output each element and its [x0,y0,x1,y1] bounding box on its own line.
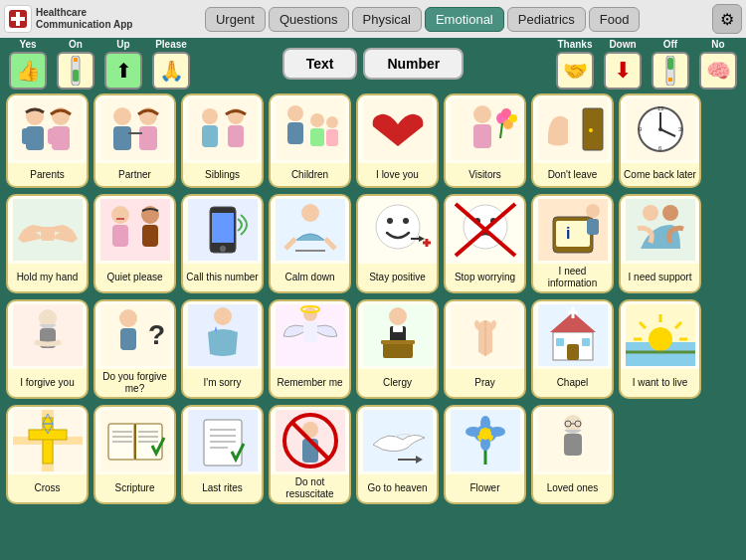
svg-rect-18 [100,98,170,160]
card-do-you-forgive-me[interactable]: ? Do you forgive me? [93,299,176,399]
card-i-love-you[interactable]: I love you [356,93,439,188]
card-dnr[interactable]: Do not resuscitate [269,405,351,504]
svg-point-47 [589,128,593,132]
card-cross[interactable]: Cross [6,405,89,504]
card-siblings[interactable]: Siblings [181,93,264,188]
card-i-love-you-label: I love you [373,163,422,186]
svg-point-76 [387,218,393,224]
tab-pediatrics[interactable]: Pediatrics [507,7,586,32]
svg-rect-2 [11,17,25,21]
card-flower[interactable]: Flower [444,405,526,504]
svg-rect-30 [287,122,303,144]
quick-up: Up ⬆ [101,39,145,90]
svg-rect-34 [326,129,338,146]
card-i-forgive-you-label: I forgive you [17,369,77,397]
card-cross-label: Cross [31,474,63,502]
card-parents[interactable]: Parents [6,93,89,188]
svg-rect-123 [567,344,579,360]
card-need-info-label: I need information [533,264,612,291]
row-4: Cross [6,405,740,504]
card-dont-leave[interactable]: Don't leave [531,93,614,188]
card-pray[interactable]: Pray [444,299,526,399]
yes-button[interactable]: 👍 [9,52,47,90]
card-last-rites-label: Last rites [199,474,246,502]
card-hold-hand[interactable]: Hold my hand [6,194,89,293]
card-loved-ones-label: Loved ones [544,474,602,502]
off-button[interactable] [652,52,689,90]
svg-text:?: ? [148,319,165,350]
card-go-to-heaven-label: Go to heaven [364,474,430,502]
svg-point-24 [202,108,218,124]
card-visitors[interactable]: Visitors [444,93,526,188]
card-stop-worrying[interactable]: Stop worrying [444,194,526,293]
card-dnr-label: Do not resuscitate [271,474,349,502]
tab-physical[interactable]: Physical [352,7,422,32]
card-scripture-label: Scripture [111,474,157,502]
svg-point-105 [214,307,232,325]
tab-emotional[interactable]: Emotional [425,7,504,32]
please-button[interactable]: 🙏 [152,52,190,90]
card-last-rites[interactable]: Last rites [181,405,264,504]
svg-point-19 [113,107,131,125]
svg-rect-32 [310,128,324,146]
card-remember-me[interactable]: Remember me [269,299,351,399]
card-call-number-label: Call this number [183,264,261,291]
no-button[interactable]: 🧠 [699,52,737,90]
svg-rect-102 [120,328,136,350]
card-call-number[interactable]: Call this number [181,194,264,293]
quick-down: Down ⬇ [601,39,645,90]
app-logo-icon [4,5,32,33]
row-1: Parents Partner [6,93,740,188]
svg-rect-4 [73,70,79,82]
card-loved-ones[interactable]: Loved ones [531,405,614,504]
svg-point-173 [479,428,491,440]
card-children[interactable]: Children [269,93,351,188]
svg-rect-138 [43,418,53,464]
svg-point-101 [119,309,137,327]
row-3: I forgive you ? Do you forgive me? [6,299,740,399]
card-scripture[interactable]: Scripture [93,405,176,504]
svg-point-75 [376,205,420,249]
card-calm-down[interactable]: Calm down [269,194,351,293]
quick-off: Off [649,39,692,90]
card-need-support[interactable]: I need support [619,194,701,293]
svg-point-111 [389,307,407,325]
card-stay-positive[interactable]: Stay positive [356,194,439,293]
card-quiet[interactable]: Quiet please [93,194,176,293]
card-need-info[interactable]: i I need information [531,194,614,293]
tab-food[interactable]: Food [589,7,641,32]
svg-point-52 [658,127,662,131]
svg-point-29 [287,105,303,121]
card-go-to-heaven[interactable]: Go to heaven [356,405,439,504]
card-chapel[interactable]: Chapel [531,299,614,399]
card-visitors-label: Visitors [466,163,504,186]
number-button[interactable]: Number [363,48,464,80]
header: Healthcare Communication App Urgent Ques… [0,0,746,38]
card-come-back-later[interactable]: 12 3 6 9 Come back later [619,93,701,188]
quick-thanks: Thanks 🤝 [553,39,597,90]
settings-button[interactable]: ⚙ [712,4,742,34]
thanks-button[interactable]: 🤝 [556,52,594,90]
tab-urgent[interactable]: Urgent [205,7,266,32]
card-dont-leave-label: Don't leave [545,163,601,186]
card-hold-hand-label: Hold my hand [14,264,82,291]
down-button[interactable]: ⬇ [604,52,642,90]
on-button[interactable] [57,52,94,90]
svg-text:12: 12 [657,105,664,111]
card-i-forgive-you[interactable]: I forgive you [6,299,89,399]
svg-rect-16 [48,128,55,144]
card-clergy[interactable]: Clergy [356,299,439,399]
up-button[interactable]: ⬆ [104,52,142,90]
text-button[interactable]: Text [282,48,358,80]
svg-rect-7 [667,58,673,70]
tab-questions[interactable]: Questions [269,7,349,32]
card-partner[interactable]: Partner [93,93,176,188]
svg-rect-61 [112,225,128,247]
card-im-sorry[interactable]: I'm sorry [181,299,264,399]
svg-rect-67 [212,213,234,243]
svg-rect-58 [41,227,55,241]
svg-rect-38 [473,124,491,148]
card-i-want-to-live[interactable]: I want to live [619,299,701,399]
quick-bar: Yes 👍 On Up ⬆ Please 🙏 Text Number Thank… [0,38,746,90]
svg-rect-5 [74,58,78,62]
